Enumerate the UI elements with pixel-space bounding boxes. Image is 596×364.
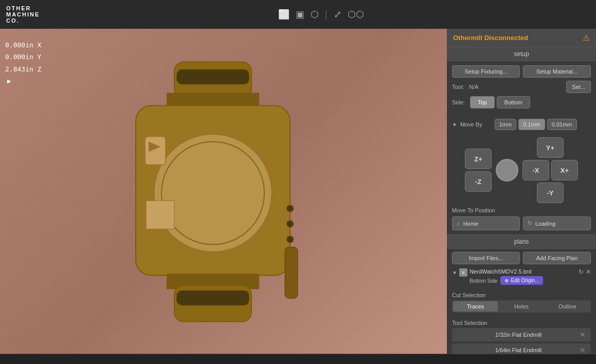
tool-2-name: 1/64in Flat Endmill: [457, 347, 580, 353]
view-perspective-icon[interactable]: ⬡: [311, 9, 319, 20]
main-area: 0.000in X 0.000in Y 2.843in Z ▶: [0, 29, 596, 354]
outline-tab[interactable]: Outline: [545, 301, 590, 312]
connection-status: Othermill Disconnected: [453, 34, 528, 42]
joystick-circle[interactable]: [496, 159, 518, 181]
x-plus-button[interactable]: X+: [551, 160, 578, 180]
z-minus-button[interactable]: -Z: [465, 171, 492, 192]
cut-selection-tabs: Traces Holes Outline: [452, 300, 591, 313]
canvas-area[interactable]: 0.000in X 0.000in Y 2.843in Z ▶: [0, 29, 447, 354]
tool-row-1: 1/32in Flat Endmill ✕: [452, 328, 591, 341]
y-coord: 0.000in Y: [5, 51, 41, 63]
svg-rect-10: [285, 247, 298, 299]
tool-row: Tool: N/A Set...: [452, 81, 591, 93]
plans-section-header: plans: [447, 234, 596, 249]
coordinates-display: 0.000in X 0.000in Y 2.843in Z ▶: [5, 39, 41, 87]
svg-point-7: [286, 205, 294, 212]
status-bar: Othermill Disconnected ⚠: [447, 29, 596, 47]
file-remove-button[interactable]: ✕: [586, 268, 591, 276]
top-side-button[interactable]: Top: [470, 96, 495, 108]
y-plus-button[interactable]: Y+: [537, 137, 564, 158]
file-side: Bottom Side: [469, 278, 497, 284]
remove-tool-2-button[interactable]: ✕: [580, 346, 586, 354]
warning-icon: ⚠: [583, 33, 590, 43]
file-info: NerdWatchSMDV2.5.brd Bottom Side ⊕ Edit …: [469, 268, 576, 285]
y-plus-row: Y+: [537, 137, 564, 158]
svg-rect-15: [145, 137, 166, 165]
add-facing-plan-button[interactable]: Add Facing Plan: [523, 252, 591, 264]
setup-fixturing-button[interactable]: Setup Fixturing...: [452, 65, 520, 78]
bottom-side-button[interactable]: Bottom: [497, 96, 530, 108]
z-plus-button[interactable]: Z+: [465, 149, 492, 169]
move-by-header: ▼ Move By 1mm 0.1mm 0.01mm: [452, 119, 591, 130]
svg-rect-13: [177, 70, 249, 84]
toolbar-divider: |: [325, 9, 328, 21]
tool-row-2: 1/64in Flat Endmill ✕: [452, 343, 591, 354]
move-1mm-button[interactable]: 1mm: [495, 119, 516, 130]
watch-preview: [105, 57, 321, 326]
file-type-icon: B: [459, 268, 467, 277]
remove-tool-1-button[interactable]: ✕: [580, 331, 586, 339]
xy-axis-controls: Y+ -X X+ -Y: [522, 137, 578, 203]
z-axis-controls: Z+ -Z: [465, 149, 492, 192]
move-01mm-button[interactable]: 0.1mm: [518, 119, 545, 130]
bottom-bar: [0, 354, 596, 364]
view-2d-icon[interactable]: ⬜: [278, 9, 290, 20]
svg-rect-5: [146, 201, 174, 229]
set-tool-button[interactable]: Set...: [566, 81, 591, 93]
logo: OTHER MACHINE CO.: [6, 5, 40, 24]
view-3d-icon[interactable]: ▣: [296, 9, 304, 20]
loading-icon: ↻: [528, 220, 532, 227]
file-refresh-button[interactable]: ↻: [579, 268, 584, 276]
svg-point-9: [286, 236, 294, 243]
setup-section-header: setup: [447, 47, 596, 61]
move-by-label: Move By: [460, 121, 482, 128]
svg-rect-14: [177, 291, 249, 305]
setup-btn-row: Setup Fixturing... Setup Material...: [452, 65, 591, 78]
tool-selection-section: Tool Selection 1/32in Flat Endmill ✕ 1/6…: [447, 318, 596, 354]
tool-selection-label: Tool Selection: [452, 320, 591, 326]
x-coord: 0.000in X: [5, 39, 41, 51]
tool-label: Tool:: [452, 84, 464, 90]
file-collapse-arrow[interactable]: ▼: [452, 270, 457, 276]
file-item: ▼ B NerdWatchSMDV2.5.brd Bottom Side ⊕ E…: [452, 268, 591, 285]
tool-value: N/A: [469, 84, 478, 90]
tool-1-name: 1/32in Flat Endmill: [457, 332, 580, 338]
right-panel: Othermill Disconnected ⚠ setup Setup Fix…: [447, 29, 596, 354]
svg-point-8: [286, 221, 294, 228]
side-row: Side: Top Bottom: [452, 96, 591, 108]
x-minus-button[interactable]: -X: [522, 160, 549, 180]
loading-button[interactable]: ↻ Loading: [523, 216, 591, 230]
edit-origin-icon: ⊕: [504, 278, 509, 283]
edit-origin-button[interactable]: ⊕ Edit Origin...: [500, 276, 543, 285]
move-to-label: Move To Position: [452, 207, 591, 213]
play-arrow[interactable]: ▶: [7, 75, 41, 87]
plans-buttons: Import Files... Add Facing Plan: [452, 252, 591, 264]
share-icon[interactable]: ⬡⬡: [348, 9, 364, 20]
watch-svg: [105, 57, 321, 324]
side-buttons: Top Bottom: [470, 96, 530, 108]
plans-section: Import Files... Add Facing Plan ▼ B Nerd…: [447, 249, 596, 290]
z-coord: 2.843in Z: [5, 63, 41, 75]
collapse-arrow-icon[interactable]: ▼: [452, 122, 457, 128]
cut-selection-section: Cut Selection Traces Holes Outline: [447, 290, 596, 318]
y-minus-row: -Y: [537, 183, 564, 203]
move-by-buttons: 1mm 0.1mm 0.01mm: [495, 119, 577, 130]
import-files-button[interactable]: Import Files...: [452, 252, 520, 264]
svg-point-3: [154, 134, 272, 252]
file-actions: ↻ ✕: [579, 268, 591, 276]
toolbar-center: ⬜ ▣ ⬡ | ⤢ ⬡⬡: [52, 9, 590, 21]
jog-controls: Z+ -Z Y+ -X X+ -Y: [447, 135, 596, 205]
move-to-section: Move To Position ⌂ Home ↻ Loading: [447, 205, 596, 234]
home-button[interactable]: ⌂ Home: [452, 216, 520, 230]
file-side-row: Bottom Side ⊕ Edit Origin...: [469, 276, 576, 285]
move-001mm-button[interactable]: 0.01mm: [547, 119, 577, 130]
setup-material-button[interactable]: Setup Material...: [523, 65, 591, 78]
cut-selection-label: Cut Selection: [452, 292, 591, 298]
side-label: Side:: [452, 99, 465, 105]
holes-tab[interactable]: Holes: [499, 301, 544, 312]
traces-tab[interactable]: Traces: [453, 301, 498, 312]
y-minus-button[interactable]: -Y: [537, 183, 564, 203]
home-icon: ⌂: [457, 221, 460, 227]
zoom-fit-icon[interactable]: ⤢: [334, 9, 341, 20]
file-name: NerdWatchSMDV2.5.brd: [469, 268, 576, 275]
